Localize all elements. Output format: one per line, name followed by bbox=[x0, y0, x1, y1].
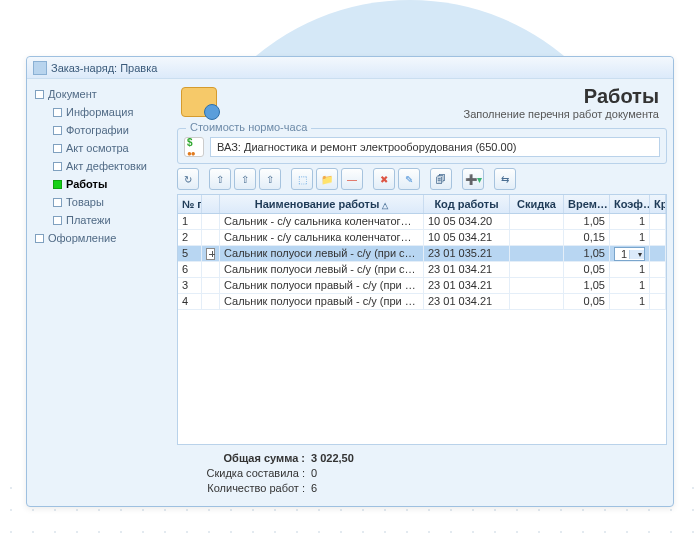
summary: Общая сумма : 3 022,50 Скидка составила … bbox=[177, 445, 667, 496]
cell-number: 1 bbox=[178, 214, 202, 229]
hour-cost-legend: Стоимость нормо-часа bbox=[186, 121, 311, 133]
cell-name: Сальник полуоси правый - с/у (при … bbox=[220, 278, 424, 293]
sidebar-item-2[interactable]: Фотографии bbox=[35, 121, 169, 139]
cell-last bbox=[650, 262, 666, 277]
sidebar-item-1[interactable]: Информация bbox=[35, 103, 169, 121]
toolbar-button-9[interactable]: 🗐 bbox=[430, 168, 452, 190]
cell-last bbox=[650, 214, 666, 229]
cell-code: 23 01 034.21 bbox=[424, 294, 510, 309]
cell-code: 23 01 034.21 bbox=[424, 262, 510, 277]
cell-number: 6 bbox=[178, 262, 202, 277]
table-row[interactable]: 4Сальник полуоси правый - с/у (при …23 0… bbox=[178, 294, 666, 310]
cell-coef: 1 bbox=[610, 262, 650, 277]
toolbar-button-2[interactable]: ⇧ bbox=[234, 168, 256, 190]
checkbox-icon bbox=[35, 234, 44, 243]
order-edit-window: Заказ-наряд: Правка ДокументИнформацияФо… bbox=[26, 56, 674, 507]
sidebar-item-6[interactable]: Товары bbox=[35, 193, 169, 211]
col-number[interactable]: № п/п bbox=[178, 195, 202, 213]
window-icon bbox=[33, 61, 47, 75]
table-row[interactable]: 2Сальник - с/у сальника коленчатог…10 05… bbox=[178, 230, 666, 246]
sidebar-item-label: Акт дефектовки bbox=[66, 160, 147, 172]
sidebar-item-5[interactable]: Работы bbox=[35, 175, 169, 193]
table-row[interactable]: 3Сальник полуоси правый - с/у (при …23 0… bbox=[178, 278, 666, 294]
col-price[interactable]: Кр bbox=[650, 195, 666, 213]
toolbar-button-3[interactable]: ⇧ bbox=[259, 168, 281, 190]
cell-discount bbox=[510, 278, 564, 293]
cell-code: 23 01 035.21 bbox=[424, 246, 510, 261]
sidebar-item-8[interactable]: Оформление bbox=[35, 229, 169, 247]
cell-coef[interactable]: 1▾ bbox=[610, 246, 650, 261]
discount-label: Скидка составила : bbox=[187, 466, 305, 481]
cell-number: 5 bbox=[178, 246, 202, 261]
cell-number: 4 bbox=[178, 294, 202, 309]
total-label: Общая сумма : bbox=[187, 451, 305, 466]
sidebar-item-4[interactable]: Акт дефектовки bbox=[35, 157, 169, 175]
total-value: 3 022,50 bbox=[311, 451, 354, 466]
cell-indicator bbox=[202, 214, 220, 229]
sidebar-item-label: Платежи bbox=[66, 214, 111, 226]
toolbar-button-8[interactable]: ✎ bbox=[398, 168, 420, 190]
cell-last bbox=[650, 246, 666, 261]
hour-cost-group: Стоимость нормо-часа ВАЗ: Диагностика и … bbox=[177, 128, 667, 164]
checkbox-icon bbox=[53, 216, 62, 225]
discount-value: 0 bbox=[311, 466, 317, 481]
sidebar-item-label: Товары bbox=[66, 196, 104, 208]
main-panel: Работы Заполнение перечня работ документ… bbox=[173, 79, 673, 506]
sidebar-item-3[interactable]: Акт осмотра bbox=[35, 139, 169, 157]
cell-indicator bbox=[202, 278, 220, 293]
window-title: Заказ-наряд: Правка bbox=[51, 57, 157, 79]
checkbox-icon bbox=[35, 90, 44, 99]
toolbar-button-5[interactable]: 📁 bbox=[316, 168, 338, 190]
sidebar-item-label: Акт осмотра bbox=[66, 142, 129, 154]
currency-icon bbox=[184, 137, 204, 157]
cell-time: 1,05 bbox=[564, 214, 610, 229]
page-subtitle: Заполнение перечня работ документа bbox=[177, 108, 659, 120]
checkbox-icon bbox=[53, 198, 62, 207]
checkbox-icon bbox=[53, 108, 62, 117]
col-indicator[interactable] bbox=[202, 195, 220, 213]
cell-coef: 1 bbox=[610, 214, 650, 229]
checkbox-icon bbox=[53, 162, 62, 171]
cell-number: 2 bbox=[178, 230, 202, 245]
table-row[interactable]: 6Сальник полуоси левый - с/у (при с…23 0… bbox=[178, 262, 666, 278]
table-row[interactable]: 1Сальник - с/у сальника коленчатог…10 05… bbox=[178, 214, 666, 230]
cell-name: Сальник - с/у сальника коленчатог… bbox=[220, 230, 424, 245]
col-discount[interactable]: Скидка bbox=[510, 195, 564, 213]
toolbar-button-1[interactable]: ⇧ bbox=[209, 168, 231, 190]
toolbar-button-4[interactable]: ⬚ bbox=[291, 168, 313, 190]
hour-cost-input[interactable]: ВАЗ: Диагностика и ремонт электрооборудо… bbox=[210, 137, 660, 157]
checkbox-icon bbox=[53, 144, 62, 153]
cell-name: Сальник полуоси левый - с/у (при с… bbox=[220, 262, 424, 277]
cell-time: 0,05 bbox=[564, 262, 610, 277]
sidebar-item-label: Работы bbox=[66, 178, 107, 190]
col-coef[interactable]: Коэф… bbox=[610, 195, 650, 213]
sidebar-item-label: Фотографии bbox=[66, 124, 129, 136]
toolbar-button-6[interactable]: — bbox=[341, 168, 363, 190]
works-grid[interactable]: № п/п Наименование работы△ Код работы Ск… bbox=[177, 194, 667, 445]
cell-discount bbox=[510, 230, 564, 245]
cell-discount bbox=[510, 214, 564, 229]
count-label: Количество работ : bbox=[187, 481, 305, 496]
count-value: 6 bbox=[311, 481, 317, 496]
grid-header: № п/п Наименование работы△ Код работы Ск… bbox=[178, 195, 666, 214]
toolbar-button-0[interactable]: ↻ bbox=[177, 168, 199, 190]
toolbar-button-11[interactable]: ⇆ bbox=[494, 168, 516, 190]
titlebar[interactable]: Заказ-наряд: Правка bbox=[27, 57, 673, 79]
toolbar-button-7[interactable]: ✖ bbox=[373, 168, 395, 190]
cell-last bbox=[650, 294, 666, 309]
toolbar-button-10[interactable]: ➕▾ bbox=[462, 168, 484, 190]
col-time[interactable]: Врем… bbox=[564, 195, 610, 213]
sidebar-item-label: Информация bbox=[66, 106, 133, 118]
cell-time: 0,05 bbox=[564, 294, 610, 309]
col-name[interactable]: Наименование работы△ bbox=[220, 195, 424, 213]
sidebar-item-label: Оформление bbox=[48, 232, 116, 244]
sidebar-item-7[interactable]: Платежи bbox=[35, 211, 169, 229]
cell-coef: 1 bbox=[610, 294, 650, 309]
header-panel: Работы Заполнение перечня работ документ… bbox=[177, 83, 667, 126]
cell-coef: 1 bbox=[610, 278, 650, 293]
grid-empty-space[interactable] bbox=[178, 310, 666, 444]
col-code[interactable]: Код работы bbox=[424, 195, 510, 213]
table-row[interactable]: 5Сальник полуоси левый - с/у (при с…23 0… bbox=[178, 246, 666, 262]
dropdown-icon[interactable]: ▾ bbox=[629, 250, 644, 259]
sidebar-item-0[interactable]: Документ bbox=[35, 85, 169, 103]
